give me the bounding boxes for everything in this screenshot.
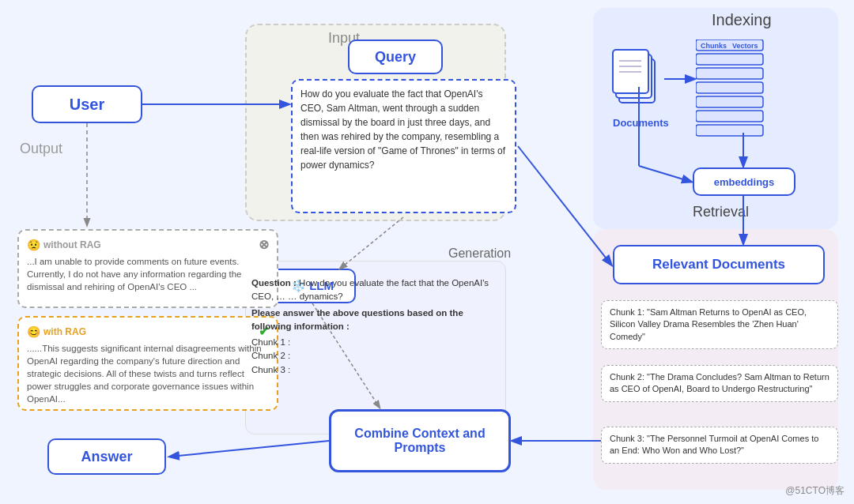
svg-rect-7 bbox=[696, 54, 763, 65]
query-box: Query bbox=[348, 39, 443, 74]
combine-box: Combine Context and Prompts bbox=[329, 409, 511, 472]
svg-rect-10 bbox=[696, 96, 763, 107]
sad-icon: 😟 bbox=[27, 239, 40, 251]
without-rag-text: ...I am unable to provide comments on fu… bbox=[27, 255, 269, 293]
answer-box: Answer bbox=[47, 438, 166, 475]
generation-label: Generation bbox=[448, 246, 511, 261]
query-text-box: How do you evaluate the fact that OpenAI… bbox=[291, 79, 516, 213]
close-icon: ⊗ bbox=[259, 237, 269, 252]
svg-text:Vectors: Vectors bbox=[732, 42, 758, 50]
chunk2-box: Chunk 2: "The Drama Concludes? Sam Altma… bbox=[601, 365, 838, 402]
with-rag-text: ......This suggests significant internal… bbox=[27, 342, 269, 405]
watermark: @51CTO博客 bbox=[785, 484, 845, 498]
svg-rect-11 bbox=[696, 111, 763, 122]
chunk3-box: Chunk 3: "The Personnel Turmoil at OpenA… bbox=[601, 427, 838, 464]
instruction-text: Please answer the above questions based … bbox=[251, 307, 501, 334]
chunk-list-1: Chunk 1 : bbox=[251, 336, 501, 349]
relevant-docs-box: Relevant Documents bbox=[613, 245, 825, 284]
svg-rect-12 bbox=[696, 125, 763, 136]
without-rag-box: 😟 without RAG ⊗ ...I am unable to provid… bbox=[17, 229, 278, 308]
retrieval-label: Retrieval bbox=[693, 204, 749, 220]
with-rag-box: 😊 with RAG ✔ ......This suggests signifi… bbox=[17, 316, 278, 411]
chunk1-box: Chunk 1: "Sam Altman Returns to OpenAI a… bbox=[601, 300, 838, 349]
svg-line-23 bbox=[170, 441, 329, 457]
chunk-list-3: Chunk 3 : bbox=[251, 363, 501, 377]
chunks-vectors-icon: Chunks Vectors bbox=[696, 39, 767, 150]
svg-rect-9 bbox=[696, 82, 763, 93]
user-box: User bbox=[32, 85, 142, 123]
svg-rect-8 bbox=[696, 68, 763, 79]
output-label: Output bbox=[20, 141, 62, 157]
combine-label: Combine Context and Prompts bbox=[331, 427, 508, 455]
svg-text:Chunks: Chunks bbox=[701, 42, 727, 50]
chunk-list-2: Chunk 2 : bbox=[251, 349, 501, 363]
documents-label: Documents bbox=[613, 117, 669, 129]
indexing-label: Indexing bbox=[712, 11, 772, 29]
generation-content: Question : How do you evaluate the fact … bbox=[251, 276, 501, 377]
without-rag-label: without RAG bbox=[43, 239, 101, 250]
embeddings-box: embeddings bbox=[693, 167, 795, 196]
with-rag-label: with RAG bbox=[43, 326, 86, 337]
happy-icon: 😊 bbox=[27, 325, 40, 338]
documents-icon bbox=[611, 43, 663, 107]
question-label: Question : bbox=[251, 278, 297, 288]
